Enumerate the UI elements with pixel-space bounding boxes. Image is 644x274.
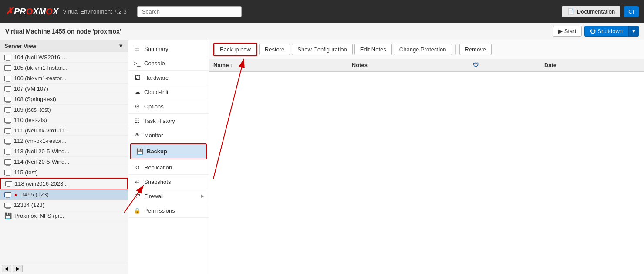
col-shield: 🛡 [469, 59, 540, 71]
firewall-icon: 🛡 [134, 193, 141, 200]
backup-now-button[interactable]: Backup now [214, 44, 256, 55]
table-area: Name ↕ Notes 🛡 Date [209, 59, 644, 274]
secondbar: Virtual Machine 1455 on node 'proxmox' ▶… [0, 23, 644, 40]
col-date: Date [540, 59, 644, 71]
restore-button[interactable]: Restore [259, 44, 290, 55]
cr-button[interactable]: Cr [624, 6, 639, 17]
console-icon: >_ [134, 60, 141, 67]
show-configuration-button[interactable]: Show Configuration [292, 44, 352, 55]
sidebar-item-107[interactable]: 107 (VM 107) [0, 84, 128, 94]
vm-icon [4, 76, 11, 81]
sidebar-item-108[interactable]: 108 (Spring-test) [0, 94, 128, 105]
logo-text: PROXMOX [14, 7, 58, 17]
power-icon: ⏻ [590, 28, 596, 34]
cloud-icon: ☁ [134, 88, 141, 95]
secondbar-actions: ▶ Start ⏻ Shutdown ▼ [553, 26, 639, 37]
nav-item-permissions[interactable]: 🔒 Permissions [128, 203, 209, 218]
vm-title: Virtual Machine 1455 on node 'proxmox' [5, 28, 553, 35]
sidebar-item-106[interactable]: 106 (bk-vm1-restor... [0, 73, 128, 84]
vm-icon [4, 139, 11, 144]
doc-icon: 📄 [567, 8, 574, 15]
nav-item-summary[interactable]: ☰ Summary [128, 42, 209, 56]
shield-header-icon: 🛡 [473, 62, 479, 68]
right-panel: Backup now Restore Show Configuration Ed… [209, 40, 644, 274]
monitor-icon: 👁 [134, 132, 141, 139]
replication-icon: ↻ [134, 164, 141, 171]
sidebar-dropdown-icon: ▼ [118, 43, 124, 49]
change-protection-button[interactable]: Change Protection [394, 44, 452, 55]
sidebar: Server View ▼ 104 (Neil-WS2016-... 105 (… [0, 40, 128, 274]
task-icon: ☷ [134, 117, 141, 124]
logo-ve: Virtual Environment 7.2-3 [63, 8, 126, 15]
vm-icon [4, 86, 11, 91]
left-nav: ☰ Summary >_ Console 🖼 Hardware ☁ Cloud-… [128, 40, 209, 274]
selected-arrow: ► [14, 192, 19, 197]
logo: ✗ PROXMOX Virtual Environment 7.2-3 [5, 6, 127, 17]
nav-item-console[interactable]: >_ Console [128, 56, 209, 71]
sidebar-item-proxmox-nfs[interactable]: 💾 Proxmox_NFS (pr... [0, 210, 128, 221]
edit-notes-button[interactable]: Edit Notes [354, 44, 392, 55]
sidebar-header: Server View ▼ [0, 40, 128, 52]
logo-x: ✗ [5, 6, 13, 17]
sidebar-item-110[interactable]: 110 (test-zfs) [0, 115, 128, 125]
main: Server View ▼ 104 (Neil-WS2016-... 105 (… [0, 40, 644, 274]
start-button[interactable]: ▶ Start [553, 26, 582, 37]
documentation-button[interactable]: 📄 Documentation [562, 6, 620, 17]
start-icon: ▶ [558, 28, 563, 34]
hardware-icon: 🖼 [134, 74, 141, 81]
sidebar-item-112[interactable]: 112 (vm-bk1-restor... [0, 136, 128, 146]
scroll-right-btn[interactable]: ▶ [13, 265, 23, 272]
backup-table: Name ↕ Notes 🛡 Date [209, 59, 644, 72]
nav-item-options[interactable]: ⚙ Options [128, 99, 209, 114]
sort-icon: ↕ [230, 63, 233, 68]
nav-item-monitor[interactable]: 👁 Monitor [128, 128, 209, 142]
gear-icon: ⚙ [134, 103, 141, 110]
col-notes: Notes [347, 59, 469, 71]
permissions-icon: 🔒 [134, 207, 141, 214]
server-list[interactable]: 104 (Neil-WS2016-... 105 (bk-vm1-Instan.… [0, 52, 128, 263]
sidebar-item-113[interactable]: 113 (Neil-20-5-Wind... [0, 146, 128, 157]
sidebar-item-109[interactable]: 109 (iscsi-test) [0, 105, 128, 115]
scroll-left-btn[interactable]: ◀ [2, 265, 11, 272]
nav-item-firewall[interactable]: 🛡 Firewall [128, 189, 209, 203]
topbar: ✗ PROXMOX Virtual Environment 7.2-3 📄 Do… [0, 0, 644, 23]
vm-icon [4, 203, 11, 208]
sidebar-item-111[interactable]: 111 (Neil-bk-vm1-11... [0, 125, 128, 136]
sidebar-item-1455[interactable]: ► 1455 (123) [0, 189, 128, 200]
vm-icon [4, 192, 11, 197]
sidebar-item-12334[interactable]: 12334 (123) [0, 200, 128, 210]
sidebar-title: Server View [4, 43, 36, 49]
nav-item-task-history[interactable]: ☷ Task History [128, 114, 209, 128]
shutdown-arrow-button[interactable]: ▼ [628, 26, 639, 37]
nav-item-snapshots[interactable]: ↩ Snapshots [128, 175, 209, 189]
remove-button[interactable]: Remove [459, 44, 492, 55]
sidebar-item-105[interactable]: 105 (bk-vm1-Instan... [0, 63, 128, 73]
vm-icon [4, 149, 11, 154]
summary-icon: ☰ [134, 45, 141, 52]
search-input[interactable] [142, 8, 237, 15]
toolbar: Backup now Restore Show Configuration Ed… [209, 40, 644, 59]
nav-item-backup[interactable]: 💾 Backup [131, 144, 206, 159]
sidebar-item-118[interactable]: 118 (win2016-2023... [0, 178, 128, 189]
vm-icon [4, 159, 11, 165]
backup-icon: 💾 [136, 148, 143, 155]
snapshots-icon: ↩ [134, 178, 141, 185]
vm-icon [4, 170, 11, 175]
search-box[interactable] [137, 6, 242, 17]
shutdown-group: ⏻ Shutdown ▼ [584, 26, 639, 37]
col-name: Name ↕ [209, 59, 347, 71]
topbar-right: 📄 Documentation Cr [562, 6, 639, 17]
shutdown-button[interactable]: ⏻ Shutdown [584, 26, 628, 37]
toolbar-separator [455, 45, 456, 54]
sidebar-item-114[interactable]: 114 (Neil-20-5-Wind... [0, 157, 128, 167]
sidebar-item-115[interactable]: 115 (test) [0, 167, 128, 178]
vm-icon [4, 128, 11, 133]
sidebar-item-104[interactable]: 104 (Neil-WS2016-... [0, 52, 128, 63]
vm-icon [4, 55, 11, 60]
vm-icon [5, 181, 12, 186]
sidebar-bottom: ◀ ▶ [0, 263, 128, 274]
nav-item-hardware[interactable]: 🖼 Hardware [128, 71, 209, 85]
nav-item-replication[interactable]: ↻ Replication [128, 160, 209, 175]
content-inner: ☰ Summary >_ Console 🖼 Hardware ☁ Cloud-… [128, 40, 644, 274]
nav-item-cloud-init[interactable]: ☁ Cloud-Init [128, 85, 209, 99]
